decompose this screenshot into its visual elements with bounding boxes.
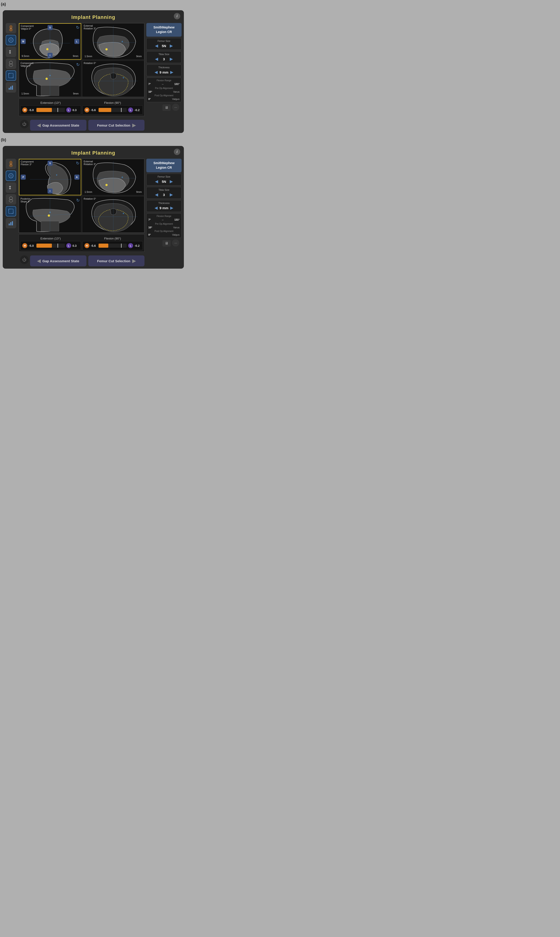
knee-icon-b[interactable]	[6, 159, 16, 169]
extension-l-value-a: 0.3	[72, 108, 79, 112]
extension-bar-a: M -5.0 L 0.3	[20, 105, 81, 114]
view-top-left-b: ComponentFlexion 3° S P A I ↻	[19, 159, 81, 195]
rotate-icon-blb[interactable]: ↻	[76, 198, 80, 203]
flexion-from-a: 7°	[148, 83, 151, 86]
extension-l-value-b: 0.3	[72, 244, 79, 247]
power-button-a[interactable]: ⏻	[20, 120, 29, 128]
rotation-icon[interactable]	[6, 35, 16, 45]
monitor-icon-b[interactable]: 🖥	[163, 240, 171, 247]
tibia-top-svg-a: +	[82, 61, 144, 97]
info-section-b: Flexion Range 7° → 131° Pre Op Alignment…	[146, 213, 182, 238]
flexion-m-value-b: -5.6	[91, 244, 97, 247]
post-op-type-a: Valgus	[172, 98, 180, 100]
pre-op-type-b: Varus	[173, 226, 180, 229]
rotation-icon-b[interactable]	[6, 171, 16, 181]
nav-btn-a-b[interactable]: A	[74, 175, 79, 180]
joint-icon[interactable]	[6, 59, 16, 69]
svg-rect-6	[9, 51, 11, 51]
right-panel-b: SmithNephewLegion CR Femur Size ◀ 5N ▶ T…	[146, 159, 182, 267]
joint-icon-b[interactable]	[6, 194, 16, 205]
femur-cut-label-b: Femur Cut Selection	[97, 259, 131, 263]
gap-assessment-btn-a[interactable]: ◀ Gap Assessment State	[30, 120, 86, 131]
thickness-right-a[interactable]: ▶	[170, 70, 173, 75]
svg-rect-36	[9, 186, 11, 187]
nav-btn-s[interactable]: S	[48, 25, 52, 30]
knee-icon[interactable]	[6, 23, 16, 34]
more-button-a[interactable]: ···	[172, 103, 179, 111]
flexion-from-b: 7°	[148, 218, 151, 222]
gap-assessment-btn-b[interactable]: ◀ Gap Assessment State	[30, 256, 86, 267]
view-bottom-right-a: Rotation 0° +	[82, 60, 145, 97]
side-controls-a: ··· 🖥	[146, 103, 182, 113]
femur-size-left-b[interactable]: ◀	[155, 179, 158, 184]
flexion-m-badge-b: M	[85, 243, 89, 248]
tool-icon[interactable]	[6, 47, 16, 57]
center-area-b: ComponentFlexion 3° S P A I ↻	[18, 159, 145, 267]
femur-size-label-a: Femur Size	[148, 40, 180, 42]
info-button-b[interactable]: i	[174, 149, 180, 155]
tibia-size-value-b: 3	[160, 193, 168, 197]
monitor-icon-a[interactable]: 🖥	[163, 105, 171, 111]
svg-text:+: +	[122, 76, 124, 79]
more-button-b[interactable]: ···	[172, 239, 179, 247]
femur-cut-btn-b[interactable]: Femur Cut Selection ▶	[88, 256, 145, 267]
nav-btn-m[interactable]: M	[21, 39, 26, 44]
svg-text:+: +	[49, 210, 51, 214]
gap-assessment-label-a: Gap Assessment State	[42, 123, 79, 127]
nav-btn-s-b[interactable]: S	[48, 161, 52, 166]
svg-rect-43	[12, 221, 13, 225]
svg-point-17	[46, 48, 48, 50]
panel-header-a: Implant Planning	[5, 12, 182, 23]
rotate-icon-tlb[interactable]: ↻	[76, 161, 79, 166]
tibia-size-right-b[interactable]: ▶	[170, 192, 173, 197]
svg-rect-13	[12, 86, 13, 90]
flexion-bar-track-b	[98, 243, 127, 248]
chart-icon-b[interactable]	[6, 218, 16, 228]
center-area-a: ComponentValgus 0° S M L I ↻	[18, 23, 145, 131]
femur-size-right-b[interactable]: ▶	[170, 179, 173, 184]
views-grid-b: ComponentFlexion 3° S P A I ↻	[18, 159, 145, 233]
tool-icon-b[interactable]	[6, 182, 16, 193]
femur-size-left-a[interactable]: ◀	[155, 43, 158, 48]
flexion-l-value-b: -0.2	[134, 244, 141, 247]
left-sidebar-a	[5, 23, 17, 131]
flexion-bar-a: M -5.6 L -0.2	[82, 105, 143, 114]
pre-op-value-a: 10°	[148, 90, 152, 93]
extension-bar-track-a	[36, 108, 65, 112]
femur-size-box-a: Femur Size ◀ 5N ▶	[146, 38, 182, 50]
femur-size-right-a[interactable]: ▶	[170, 43, 173, 48]
svg-rect-2	[10, 28, 12, 29]
nav-btn-i[interactable]: I	[48, 53, 52, 58]
thickness-left-a[interactable]: ◀	[154, 70, 158, 75]
svg-rect-12	[10, 86, 11, 90]
thickness-label-b: Thickness	[148, 202, 180, 205]
svg-text:+: +	[122, 211, 124, 215]
expand-icon[interactable]	[6, 70, 16, 81]
thickness-right-b[interactable]: ▶	[170, 205, 173, 210]
nav-btn-i-b[interactable]: I	[48, 188, 52, 194]
panel-label-a: (a)	[0, 0, 186, 8]
extension-label-a: Extension (13°)	[20, 100, 81, 105]
chart-icon[interactable]	[6, 82, 16, 92]
info-button-a[interactable]: i	[174, 13, 180, 19]
post-op-label-a: Post Op Alignment	[148, 94, 180, 97]
femur-cut-btn-a[interactable]: Femur Cut Selection ▶	[88, 120, 145, 131]
tibia-size-label-a: Tibia Size	[148, 53, 180, 55]
expand-icon-b[interactable]	[6, 206, 16, 216]
side-controls-b: ··· 🖥	[146, 239, 182, 248]
svg-rect-37	[9, 188, 11, 189]
power-button-b[interactable]: ⏻	[20, 256, 29, 264]
gap-section-a: Extension (13°) Flexion (90°) M -5.0	[18, 99, 145, 116]
extension-bar-b: M -5.0 L 0.3	[20, 241, 81, 250]
tibia-size-left-a[interactable]: ◀	[155, 57, 158, 62]
nav-btn-p-b[interactable]: P	[21, 175, 26, 180]
rotate-icon[interactable]: ↻	[76, 25, 79, 30]
flexion-range-label-a: Flexion Range	[148, 79, 180, 82]
tibia-size-right-a[interactable]: ▶	[170, 57, 173, 62]
svg-text:+: +	[49, 40, 51, 44]
rotate-icon-bl[interactable]: ↻	[76, 62, 80, 67]
thickness-left-b[interactable]: ◀	[154, 205, 158, 210]
nav-btn-l[interactable]: L	[74, 39, 79, 44]
bottom-row-a: ⏻ ◀ Gap Assessment State Femur Cut Selec…	[18, 117, 145, 131]
tibia-size-left-b[interactable]: ◀	[155, 192, 158, 197]
